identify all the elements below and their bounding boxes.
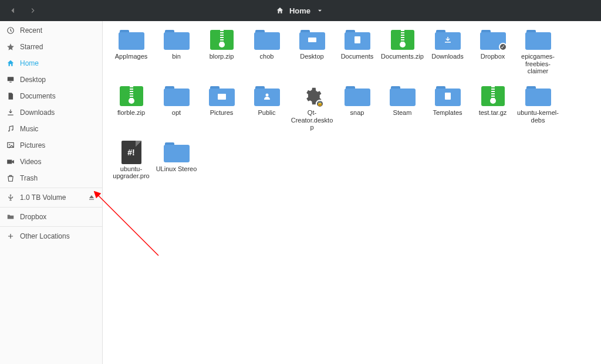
music-icon <box>6 124 15 134</box>
file-label: ubuntu-kernel-debs <box>516 109 560 124</box>
file-item[interactable]: test.tar.gz <box>470 86 515 131</box>
sidebar-item-label: Other Locations <box>20 232 70 240</box>
sidebar-item-documents[interactable]: Documents <box>0 88 102 104</box>
sidebar-item-videos[interactable]: Videos <box>0 154 102 170</box>
sidebar-item-other-locations[interactable]: Other Locations <box>0 228 102 244</box>
file-item[interactable]: Documents <box>335 29 380 75</box>
plus-icon <box>6 232 15 241</box>
file-label: epicgames-freebies-claimer <box>516 53 560 75</box>
svg-rect-8 <box>308 38 316 42</box>
recent-icon <box>6 26 15 35</box>
file-item[interactable]: blorp.zip <box>199 29 244 75</box>
sidebar-item-1-0-tb-volume[interactable]: 1.0 TB Volume <box>0 189 102 206</box>
file-label: snap <box>350 109 364 117</box>
sidebar-item-pictures[interactable]: Pictures <box>0 137 102 154</box>
sidebar-item-home[interactable]: Home <box>0 55 102 72</box>
file-item[interactable]: Pictures <box>199 86 244 131</box>
download-icon <box>6 108 15 117</box>
sidebar-item-music[interactable]: Music <box>0 121 102 137</box>
svg-point-3 <box>8 130 9 131</box>
svg-rect-2 <box>9 82 12 83</box>
sidebar-item-label: Home <box>20 59 39 67</box>
sidebar-item-label: Dropbox <box>20 213 46 221</box>
sidebar-item-label: 1.0 TB Volume <box>20 193 66 202</box>
star-icon <box>6 42 15 52</box>
sidebar: RecentStarredHomeDesktopDocumentsDownloa… <box>0 21 103 364</box>
doc-icon <box>6 91 15 101</box>
sidebar-item-desktop[interactable]: Desktop <box>0 72 102 88</box>
file-item[interactable]: ULinux Stereo <box>154 142 199 180</box>
file-label: Dropbox <box>481 53 505 60</box>
file-label: Qt-Creator.desktop <box>291 109 334 131</box>
file-item[interactable]: bin <box>154 29 199 75</box>
sidebar-item-starred[interactable]: Starred <box>0 39 102 55</box>
nav-forward-button[interactable] <box>25 3 41 18</box>
chevron-down-icon <box>315 6 325 15</box>
file-view[interactable]: AppImagesbinblorp.zipchobDesktopDocument… <box>103 21 601 364</box>
folder-icon <box>164 86 190 107</box>
nav-back-button[interactable] <box>5 3 21 18</box>
archive-icon <box>480 86 506 107</box>
file-item[interactable]: ubuntu-kernel-debs <box>515 86 561 131</box>
sidebar-item-downloads[interactable]: Downloads <box>0 104 102 121</box>
svg-rect-12 <box>445 93 451 100</box>
sidebar-item-label: Documents <box>20 92 56 100</box>
file-item[interactable]: florble.zip <box>109 86 154 131</box>
folder-icon <box>525 29 551 50</box>
file-item[interactable]: ✓Dropbox <box>470 29 515 75</box>
folder-icon <box>345 29 370 50</box>
sidebar-item-label: Recent <box>20 26 42 35</box>
file-item[interactable]: opt <box>154 86 199 131</box>
file-label: blorp.zip <box>210 53 234 60</box>
folder-icon <box>254 86 280 107</box>
eject-icon[interactable] <box>87 193 96 202</box>
location-label: Home <box>289 6 310 15</box>
sidebar-item-label: Downloads <box>20 108 55 117</box>
folder-icon: ✓ <box>480 29 506 50</box>
annotation-arrow <box>94 191 170 261</box>
home-icon <box>275 6 285 15</box>
file-item[interactable]: 🔒Qt-Creator.desktop <box>289 86 335 131</box>
sidebar-item-label: Pictures <box>20 141 45 149</box>
file-item[interactable]: AppImages <box>109 29 154 75</box>
file-label: Templates <box>433 109 462 117</box>
file-label: bin <box>172 53 181 60</box>
path-bar[interactable]: Home <box>41 6 559 15</box>
svg-point-11 <box>265 93 268 96</box>
file-item[interactable]: Steam <box>380 86 425 131</box>
file-label: florble.zip <box>117 109 145 117</box>
archive-icon <box>119 86 144 107</box>
pictures-icon <box>6 141 15 150</box>
file-item[interactable]: Documents.zip <box>380 29 425 75</box>
file-item[interactable]: Public <box>244 86 289 131</box>
videos-icon <box>6 157 15 166</box>
file-label: ubuntu-upgrader.pro <box>110 165 153 180</box>
file-item[interactable]: Desktop <box>289 29 335 75</box>
sidebar-item-trash[interactable]: Trash <box>0 170 102 186</box>
desktop-launcher-icon: 🔒 <box>299 86 325 107</box>
file-item[interactable]: snap <box>335 86 380 131</box>
sidebar-item-label: Videos <box>20 158 41 166</box>
svg-rect-1 <box>8 77 14 81</box>
sidebar-item-dropbox[interactable]: Dropbox <box>0 209 102 225</box>
file-item[interactable]: Templates <box>425 86 470 131</box>
file-label: opt <box>172 109 181 117</box>
home-icon <box>6 59 15 68</box>
folder-icon <box>209 86 235 107</box>
sidebar-item-label: Trash <box>20 174 38 182</box>
file-item[interactable]: chob <box>244 29 289 75</box>
folder-icon <box>390 86 416 107</box>
svg-point-6 <box>9 144 10 145</box>
file-label: Documents <box>341 53 374 60</box>
sidebar-item-recent[interactable]: Recent <box>0 22 102 39</box>
sidebar-item-label: Starred <box>20 43 43 51</box>
file-item[interactable]: epicgames-freebies-claimer <box>515 29 561 75</box>
svg-rect-9 <box>354 36 360 43</box>
svg-line-13 <box>97 195 158 256</box>
file-item[interactable]: #!ubuntu-upgrader.pro <box>109 142 154 180</box>
file-item[interactable]: Downloads <box>425 29 470 75</box>
file-label: Public <box>258 109 276 117</box>
file-label: Desktop <box>300 53 323 60</box>
file-label: Steam <box>393 109 412 117</box>
folder-icon <box>164 29 190 50</box>
